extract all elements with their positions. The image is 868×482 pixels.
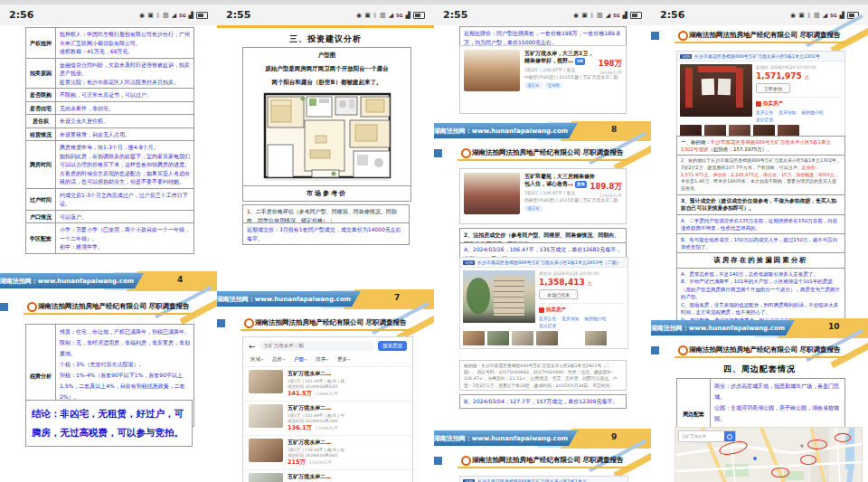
auction-tag: 法拍	[680, 54, 692, 59]
vibrate-icon: ▥	[380, 12, 386, 19]
auction-title: 长沙市雨花区香樟路889号五矿万境水岸小区5栋1单元1302号	[694, 53, 820, 59]
listing-card[interactable]: 五矿万境水岸，大三房2卫，精装修带好，视野…VR 3室2厅 | 106.47平 …	[459, 45, 627, 114]
clock: 2:55	[443, 9, 467, 21]
listing-price: 189.8万17829元/平	[590, 182, 622, 198]
map[interactable]: 五矿万境水岸	[675, 427, 863, 482]
eye-icon: ◉	[790, 12, 796, 19]
auction-link[interactable]: 竞价记录	[539, 323, 556, 328]
filter-tab-layout[interactable]: 户型▾	[294, 356, 307, 363]
header-accent-square	[434, 457, 442, 465]
report-header: 湖南法拍网法拍房地产经纪有限公司 尽职调查报告	[651, 342, 868, 362]
wifi-icon: ◢	[823, 12, 827, 19]
vr-badge: VR	[575, 58, 585, 65]
chevron-down-icon: ▾	[305, 357, 307, 362]
signal-icon: ▟	[406, 12, 410, 19]
chevron-down-icon: ▾	[283, 357, 285, 362]
report-header: 湖南法拍网法拍房地产经纪有限公司 尽职调查报告	[651, 27, 868, 47]
search-button[interactable]: 搜索房源	[378, 341, 407, 351]
auction-link[interactable]: 竞买须知	[778, 109, 796, 115]
photo-thumbnail[interactable]	[536, 331, 558, 345]
back-icon[interactable]: ←	[249, 342, 256, 351]
conclusion-text: 结论：非凶宅，无租赁，好过户，可腾房，无过高税费，可以参与竞拍。	[25, 400, 193, 447]
report-header: 湖南法拍网法拍房地产经纪有限公司 尽职调查报告	[0, 298, 217, 318]
page-footer: 湖南法拍网：www.hunanfapaiwang.com 9	[434, 429, 651, 449]
status-bar: 2:56 ◉ ▣ ᛒ ▥ ◢ 5G ▟	[0, 5, 217, 25]
map-search-box[interactable]: 五矿万境水岸	[678, 430, 736, 442]
auction-status-button[interactable]: 立即参拍	[756, 83, 790, 93]
listing-tag: 满五年	[524, 205, 542, 212]
network-type-label: 5G	[830, 13, 837, 18]
auction-link[interactable]: 竞价记录	[756, 117, 773, 122]
listing-app-screenshot: ← 五矿万境水岸二期 搜索房源 区域▾ 总价▾ 户型▾ 排序▾ 更多▾ 五矿万境…	[242, 336, 413, 482]
photo-thumbnail[interactable]	[487, 331, 509, 345]
search-input[interactable]: 五矿万境水岸二期	[259, 341, 374, 351]
bluetooth-icon: ᛒ	[807, 12, 811, 19]
header-underline	[24, 313, 195, 315]
auction-link[interactable]: 标的物介绍	[801, 109, 823, 115]
table-row: 3、预计成交价（建议成交价仅做参考，不做为参拍依据，竞买人拍前自己可以更慎重参拍…	[677, 195, 844, 215]
wifi-icon: ◢	[389, 12, 393, 19]
yellow-divider	[217, 25, 434, 28]
screenshot-icon: ▣	[147, 12, 154, 19]
filter-tab-sort[interactable]: 排序▾	[316, 356, 328, 363]
phone-screenshot-4: 2:56 ◉ ▣ ᛒ ▥ ◢ 5G ▟ 湖南法拍网法拍房地产经纪有限公司 尽职调…	[651, 0, 868, 482]
header-underline	[675, 356, 846, 358]
factor-line: A、房屋总价低，不足140万，总价低就吸引很多人去看房了。	[681, 270, 841, 279]
photo-thumbnail[interactable]	[561, 331, 582, 345]
company-logo-icon	[678, 345, 688, 355]
auction-price: 1,358,413 元	[539, 278, 625, 287]
table-row: 腾房时间腾房难度中等，快1-3个月，慢4-8个月。 如拍到此房，在协调很多的前提…	[26, 141, 193, 189]
page-number: 7	[394, 293, 400, 302]
report-header: 湖南法拍网法拍房地产经纪有限公司 尽职调查报告	[434, 452, 651, 472]
phone-screenshot-2: 2:55 ◉ ▣ ᛒ ▥ ◢ 5G ▟ 三、投资建议分析 户型图 原始户型是两房…	[217, 0, 435, 482]
report-title: 湖南法拍网法拍房地产经纪有限公司 尽职调查报告	[38, 302, 190, 311]
auction-listing[interactable]: 法拍 长沙市雨花区香樟路889号五矿万境水岸小区2栋1单元2403号（二期） 成…	[459, 257, 628, 349]
company-logo-icon	[461, 456, 471, 466]
table-row: 居住权未设立永久居住权。	[26, 115, 193, 128]
auction-listing-partial[interactable]: 法拍 长沙市雨花区香樟路889号五矿万境水岸小区5栋1单元…	[459, 476, 628, 482]
company-logo-icon	[244, 318, 254, 328]
listing-photo	[249, 370, 283, 393]
chevron-down-icon: ▾	[326, 357, 328, 362]
auction-title: 长沙市雨花区香樟路889号五矿万境水岸小区2栋1单元2403号（二期）	[477, 260, 621, 265]
bluetooth-icon: ᛒ	[590, 12, 594, 19]
auction-status-button[interactable]: 本场已结束	[539, 289, 578, 299]
photo-thumbnail[interactable]	[463, 331, 485, 345]
subject-tail: （起拍价：157.1975万）。	[709, 146, 772, 152]
filter-tab-more[interactable]: 更多▾	[337, 356, 350, 363]
list-item[interactable]: 五矿万境水岸二…2室2厅 | 102.49平 | 南/北 | 高成交时间 202…	[243, 367, 412, 402]
auction-link[interactable]: 竞买公告	[756, 109, 773, 115]
auction-link[interactable]: 竞买须知	[561, 316, 579, 321]
page-footer: 湖南法拍网：www.hunanfapaiwang.com 7	[217, 289, 434, 309]
filter-tab-region[interactable]: 区域▾	[250, 356, 263, 363]
auction-link[interactable]: 标的物介绍	[584, 316, 606, 321]
photo-thumbnail[interactable]	[585, 331, 607, 345]
map-search-button[interactable]	[724, 431, 735, 441]
list-item[interactable]: 五矿万境水岸二…3室2厅 | 139.44平 | 南/北 | 高成交时间 202…	[243, 470, 412, 482]
list-item[interactable]: 五矿万境水岸二…3室2厅 | 139.44平 | 南/北 | 低成交时间 202…	[243, 436, 412, 470]
listing-card[interactable]: 五矿双馨苑，大三房精装修拎包入住，诚心急售…急售 3室2厅 | 106.47平 …	[459, 168, 627, 224]
floor-plan	[259, 90, 395, 181]
battery-icon	[196, 12, 208, 19]
list-item[interactable]: 五矿万境水岸二…2室1厅 | 102.49平 | 南/北 | 中成交时间 202…	[243, 402, 412, 436]
auction-listing[interactable]: 法拍 长沙市雨花区香樟路889号五矿万境水岸小区5栋1单元1302号 起拍价 2…	[676, 51, 845, 143]
report-title: 湖南法拍网法拍房地产经纪有限公司 尽职调查报告	[689, 31, 841, 40]
map-search-query[interactable]: 五矿万境水岸	[679, 434, 724, 439]
table-row: 户口情况可以落户。	[26, 211, 193, 224]
auction-link[interactable]: 竞买公告	[539, 316, 556, 321]
table-row: 过户时间约成交后1-3个月之内完成过户，过户后三个工作日下证。	[26, 189, 193, 211]
wifi-icon: ◢	[606, 12, 610, 19]
company-logo-icon	[461, 148, 471, 158]
battery-icon	[630, 12, 642, 19]
table-row: 该房存在的捡漏因素分析	[677, 253, 844, 269]
property-detail-table: 产权抵押抵押权人：中国民生银行股份有限公司长沙分行，广州市米汇互联网小额贷款有限…	[25, 27, 194, 254]
listing-tag: 满五年	[524, 82, 542, 89]
auction-tag: 法拍	[463, 479, 475, 482]
photo-thumbnail[interactable]	[512, 331, 533, 345]
map-highlight-circle	[771, 468, 789, 477]
map-highlight-circle	[835, 433, 851, 442]
listing-tag: 近地铁	[545, 82, 563, 89]
auction-photo	[680, 64, 752, 117]
filter-tab-price[interactable]: 总价▾	[272, 356, 285, 363]
footer-site-banner: 湖南法拍网：www.hunanfapaiwang.com	[434, 430, 578, 446]
